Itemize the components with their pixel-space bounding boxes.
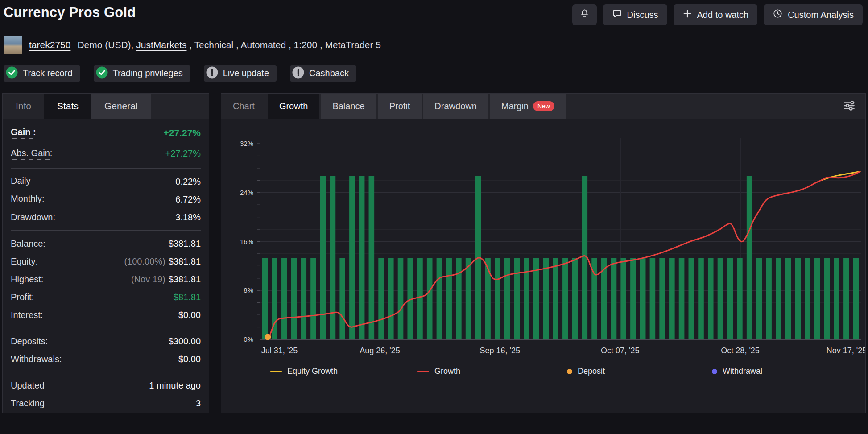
volume-bar — [688, 258, 694, 339]
y-axis-label: 0% — [244, 335, 253, 343]
volume-bar — [805, 258, 810, 339]
chart-plot-area[interactable] — [260, 138, 861, 340]
volume-bar — [514, 258, 520, 339]
username-link[interactable]: tarek2750 — [29, 40, 70, 50]
volume-bar — [650, 258, 656, 339]
legend-deposit[interactable]: Deposit — [567, 367, 605, 376]
clock-icon — [773, 8, 783, 21]
volume-bar — [378, 258, 384, 339]
x-axis-label: Oct 28, '25 — [721, 346, 759, 355]
volume-bar — [466, 258, 471, 339]
volume-bar — [843, 258, 849, 339]
x-axis-label: Jul 31, '25 — [261, 346, 298, 355]
stats-panel: Info Stats General Gain : +27.27% Abs. G… — [2, 93, 209, 413]
volume-bar — [262, 258, 268, 339]
legend-withdrawal[interactable]: Withdrawal — [712, 367, 762, 376]
badge-trading-privileges[interactable]: Trading privileges — [94, 65, 190, 82]
check-circle-icon — [96, 66, 108, 81]
stat-row-withdrawals: Withdrawals: $0.00 — [11, 350, 201, 368]
plus-icon — [682, 9, 692, 21]
new-badge: New — [533, 101, 554, 111]
stat-row-updated: Updated 1 minute ago — [11, 376, 201, 394]
page-title: Currency Pros Gold — [4, 4, 136, 21]
volume-bar — [698, 258, 704, 339]
tab-chart[interactable]: Chart — [221, 94, 266, 119]
tab-profit[interactable]: Profit — [378, 94, 422, 119]
stat-row-daily: Daily 0.22% — [11, 173, 201, 190]
volume-bar — [398, 258, 404, 339]
legend-growth[interactable]: Growth — [417, 367, 460, 376]
equity-growth-line — [821, 171, 860, 180]
x-axis-label: Sep 16, '25 — [480, 346, 521, 355]
divider — [11, 328, 201, 328]
volume-bar — [679, 258, 685, 339]
stat-row-gain: Gain : +27.27% — [11, 122, 201, 143]
stat-row-deposits: Deposits: $300.00 — [11, 332, 201, 350]
y-axis-label: 24% — [240, 189, 253, 196]
badge-cashback[interactable]: Cashback — [290, 65, 356, 82]
volume-bar — [640, 258, 646, 339]
x-axis-label: Nov 17, '25 — [827, 346, 866, 355]
discuss-icon — [612, 8, 622, 21]
volume-bar — [417, 258, 423, 339]
tab-info[interactable]: Info — [3, 94, 44, 119]
volume-bar — [495, 258, 500, 339]
volume-bar — [795, 258, 801, 339]
y-axis-label: 32% — [240, 140, 253, 147]
withdrawal-swatch — [712, 369, 717, 374]
custom-analysis-button[interactable]: Custom Analysis — [764, 4, 863, 25]
tab-balance[interactable]: Balance — [321, 94, 376, 119]
volume-bar — [611, 258, 617, 339]
volume-bar — [388, 258, 394, 339]
exclamation-circle-icon — [206, 66, 218, 81]
stat-row-equity: Equity: (100.00%)$381.81 — [11, 252, 201, 270]
growth-chart: 0%8%16%24%32% — [221, 138, 861, 340]
volume-bar — [853, 258, 859, 339]
volume-bar — [630, 258, 636, 339]
page-header: Currency Pros Gold Discuss — [0, 0, 868, 25]
add-to-watch-button[interactable]: Add to watch — [674, 4, 758, 25]
stat-row-balance: Balance: $381.81 — [11, 235, 201, 252]
volume-bar — [620, 258, 626, 339]
main-content: Info Stats General Gain : +27.27% Abs. G… — [2, 93, 866, 413]
deposit-marker — [265, 334, 271, 340]
volume-bar — [504, 258, 510, 339]
volume-bar — [747, 176, 752, 339]
volume-bar — [349, 176, 355, 339]
badge-live-update[interactable]: Live update — [204, 65, 277, 82]
volume-bar — [427, 258, 433, 339]
volume-bar — [572, 258, 578, 339]
volume-bar — [339, 258, 345, 339]
tab-general[interactable]: General — [91, 94, 151, 119]
chart-settings-button[interactable] — [842, 99, 856, 114]
check-circle-icon — [6, 66, 18, 81]
volume-bar — [456, 258, 462, 339]
header-actions: Discuss Add to watch Custom Analysis — [572, 4, 863, 25]
tab-stats[interactable]: Stats — [44, 94, 91, 119]
y-axis-label: 16% — [240, 238, 253, 245]
account-description: Demo (USD), JustMarkets , Technical , Au… — [77, 40, 380, 50]
tab-growth[interactable]: Growth — [268, 94, 319, 119]
volume-bar — [330, 176, 336, 339]
broker-link[interactable]: JustMarkets — [136, 40, 186, 50]
volume-bar — [776, 258, 781, 339]
stat-row-tracking: Tracking 3 — [11, 394, 201, 412]
exclamation-circle-icon — [292, 66, 304, 81]
legend-equity-growth[interactable]: Equity Growth — [270, 367, 338, 376]
volume-bar — [737, 258, 743, 339]
chart-tabs: Chart Growth Balance Profit Drawdown Mar… — [221, 94, 865, 119]
growth-swatch — [417, 371, 429, 372]
volume-bar — [659, 258, 665, 339]
equity-growth-swatch — [270, 371, 282, 372]
stats-body: Gain : +27.27% Abs. Gain: +27.27% Daily … — [3, 119, 209, 412]
tab-margin[interactable]: Margin New — [490, 94, 566, 119]
tab-drawdown[interactable]: Drawdown — [423, 94, 488, 119]
badge-track-record[interactable]: Track record — [4, 65, 80, 82]
stat-row-abs-gain: Abs. Gain: +27.27% — [11, 143, 201, 164]
volume-bar — [553, 258, 558, 339]
discuss-button[interactable]: Discuss — [603, 4, 667, 25]
notifications-button[interactable] — [572, 4, 597, 25]
divider — [11, 168, 201, 169]
volume-bar — [669, 258, 675, 339]
volume-bar — [524, 258, 529, 339]
